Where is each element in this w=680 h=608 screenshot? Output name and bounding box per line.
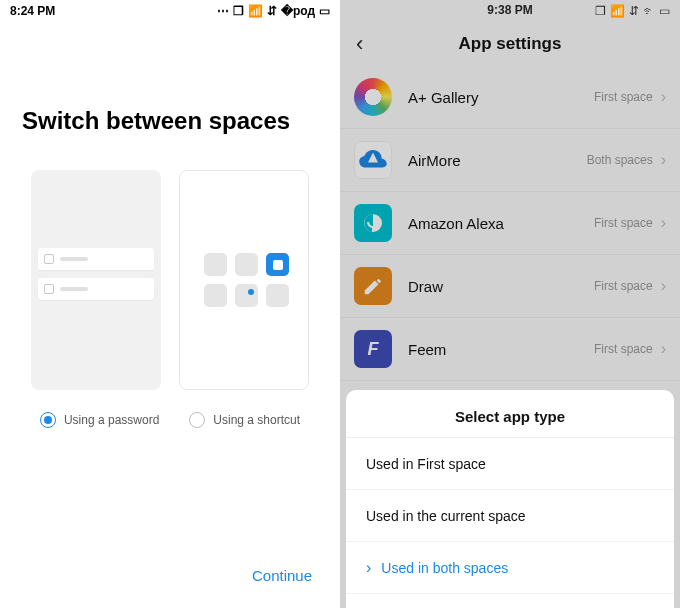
signal-icon: 📶 [248,4,263,18]
option-label: Used in First space [366,456,486,472]
page-title: Switch between spaces [0,22,340,165]
wifi-icon: �род [281,4,315,18]
radio-label: Using a shortcut [213,413,300,427]
password-card[interactable] [31,170,161,390]
status-icons: ❐ 📶 ⇵ ᯤ ▭ [595,4,670,18]
screen-app-settings: 9:38 PM ❐ 📶 ⇵ ᯤ ▭ ‹ App settings A+ Gall… [340,0,680,608]
battery-icon: ▭ [659,4,670,18]
home-grid [204,253,289,307]
data-icon: ⇵ [267,4,277,18]
radio-icon [40,412,56,428]
radio-shortcut[interactable]: Using a shortcut [189,412,300,428]
radio-group: Using a password Using a shortcut [0,412,340,428]
window-icon: ❐ [595,4,606,18]
indicator-dot [248,289,254,295]
data-icon: ⇵ [629,4,639,18]
signal-icon: 📶 [610,4,625,18]
radio-password[interactable]: Using a password [40,412,159,428]
header-title: App settings [459,34,562,54]
more-icon: ⋯ [217,4,229,18]
header: ‹ App settings [340,22,680,66]
option-label: Used in both spaces [381,560,508,576]
wifi-icon: ᯤ [643,4,655,18]
battery-icon: ▭ [319,4,330,18]
radio-label: Using a password [64,413,159,427]
shortcut-card[interactable] [179,170,309,390]
option-label: Used in the current space [366,508,526,524]
status-bar: ❐ 📶 ⇵ ᯤ ▭ [340,0,680,22]
lock-row [38,278,154,300]
screen-switch-spaces: 8:24 PM ⋯ ❐ 📶 ⇵ �род ▭ Switch between sp… [0,0,340,608]
radio-icon [189,412,205,428]
status-time: 8:24 PM [10,4,55,18]
chevron-right-icon: › [366,559,371,577]
window-icon: ❐ [233,4,244,18]
sheet-option-current[interactable]: Used in the current space [346,490,674,542]
select-app-type-sheet: Select app type Used in First space Used… [346,390,674,608]
back-icon[interactable]: ‹ [356,31,363,57]
sheet-title: Select app type [346,394,674,438]
sheet-option-first[interactable]: Used in First space [346,438,674,490]
status-icons: ⋯ ❐ 📶 ⇵ �род ▭ [217,4,330,18]
sheet-option-both[interactable]: › Used in both spaces [346,542,674,594]
status-bar: 8:24 PM ⋯ ❐ 📶 ⇵ �род ▭ [0,0,340,22]
continue-button[interactable]: Continue [252,567,312,584]
lock-row [38,248,154,270]
method-cards [0,170,340,390]
